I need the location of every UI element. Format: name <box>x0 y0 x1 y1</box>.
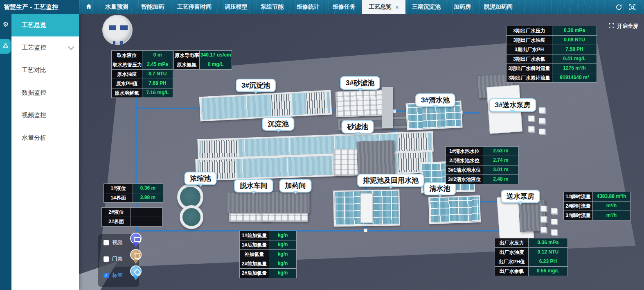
tab-dosing-room[interactable]: 加药房 <box>447 0 477 14</box>
door-pin-icon[interactable] <box>129 249 142 266</box>
metric-row: 出厂水浊度0.12 NTU <box>495 247 568 257</box>
tab-smart-dosing[interactable]: 智能加药 <box>135 0 171 14</box>
metric-row: 原水导电率340.17 us/cm <box>173 50 232 60</box>
close-tab-icon[interactable]: × <box>395 4 399 11</box>
circular-tank <box>102 15 133 45</box>
tab-home[interactable] <box>79 0 99 14</box>
tab-pressure-model[interactable]: 调压模型 <box>218 0 254 14</box>
top-bar: 智慧生产 - 工艺监控 水量预测 智能加药 工艺停留时间 调压模型 泵组节能 维… <box>0 0 644 14</box>
video-layer-label: 视频 <box>112 239 123 246</box>
metric-row: 3期出厂水余氯0.41 mg/L <box>506 54 597 64</box>
clearwater-pool-b <box>428 195 481 224</box>
dosing-room-roof <box>259 191 310 213</box>
sidebar-item-data-monitoring[interactable]: 数据监控 <box>11 82 79 104</box>
metric-row: 3期出厂水PH7.58 PH <box>506 45 597 54</box>
tab-retention-time[interactable]: 工艺停留时间 <box>171 0 218 14</box>
pump-unit <box>528 126 534 132</box>
tag-layer-label: 标签 <box>112 272 123 279</box>
metric-row: 1#液位0.36 m <box>104 184 163 193</box>
pump-unit <box>551 229 557 235</box>
metric-row: 1#前加氯量kg/n <box>239 231 297 240</box>
metric-row: 3期出厂水压力0.36 mPa <box>506 26 597 36</box>
intake-panel: 取水液位0 m 取水总管压力2.45 mPa 原水浊度8.7 NTU 原水PH值… <box>111 51 173 98</box>
alarm-gear-icon[interactable]: ⚙ <box>0 20 11 28</box>
metric-row: 原水氨氮0 mg/L <box>173 60 232 70</box>
process-module-button[interactable] <box>0 39 11 54</box>
metric-row: 3期出厂水瞬时流量1275 m³/h <box>506 63 597 73</box>
pump-unit <box>539 129 545 134</box>
thickener-tank-2 <box>180 205 203 229</box>
metric-row: 原水PH值7.68 PH <box>111 79 173 88</box>
metric-row: 出厂水余氯0.56 mg/L <box>495 266 568 276</box>
pump-flow-panel: 1#瞬时流量4383.88 m³/h 2#瞬时流量m³/h 3#瞬时流量m³/h <box>563 192 630 220</box>
bubble-pump-house-3[interactable]: 3#送水泵房 <box>489 98 536 112</box>
bubble-sand-filter-3[interactable]: 3#砂滤池 <box>340 76 380 90</box>
icon-rail: ⚙ <box>0 14 11 290</box>
chevron-down-icon <box>68 44 74 50</box>
tab-phase3-sedimentation[interactable]: 三期沉淀池 <box>405 0 447 14</box>
map-layers-panel: 视频 门禁 ✓ 标签 <box>98 234 139 287</box>
sidebar-item-process-overview[interactable]: 工艺总览 <box>11 14 79 36</box>
pump-unit <box>540 227 547 233</box>
open-fullscreen-button[interactable]: 开启全屏 <box>608 23 638 30</box>
bubble-sand-filter[interactable]: 砂滤池 <box>342 120 374 134</box>
sludge-pool-walkway <box>360 193 373 223</box>
tab-pump-energy[interactable]: 泵组节能 <box>254 0 290 14</box>
tab-process-overview[interactable]: 工艺总览 × <box>362 0 405 14</box>
metric-row: 原水溶解氧7.16 mg/L <box>111 88 173 98</box>
bubble-dewatering-workshop[interactable]: 脱水车间 <box>234 179 273 193</box>
top-nav: 水量预测 智能加药 工艺停留时间 调压模型 泵组节能 维修统计 维修任务 工艺总… <box>79 0 615 14</box>
bubble-sedimentation-3[interactable]: 3#沉淀池 <box>236 79 276 92</box>
metric-row: 3#1清水池水位3.01 m <box>446 165 519 175</box>
tab-sludge-dosing-room[interactable]: 脱泥加药间 <box>477 0 519 14</box>
metric-row: 2#后加氯量kg/n <box>239 268 297 278</box>
bubble-pump-house[interactable]: 送水泵房 <box>501 190 540 203</box>
pump-unit <box>539 118 545 124</box>
metric-row: 2#瞬时流量m³/h <box>563 201 630 211</box>
app-title: 智慧生产 - 工艺监控 <box>0 0 79 14</box>
bubble-clearwater-3[interactable]: 3#清水池 <box>415 93 455 107</box>
tag-pin-icon[interactable] <box>129 265 142 283</box>
pipe-junction <box>364 229 367 232</box>
pipe <box>136 230 502 231</box>
home-icon <box>86 3 92 11</box>
dosing-room-wall <box>261 213 308 222</box>
door-layer-label: 门禁 <box>112 255 123 263</box>
fullscreen-icon[interactable] <box>629 4 636 11</box>
raw-water-panel: 原水导电率340.17 us/cm 原水氨氮0 mg/L <box>173 51 232 70</box>
metric-row: 1#清水池水位2.53 m <box>446 146 519 156</box>
video-checkbox[interactable] <box>104 240 109 245</box>
metric-row: 原水浊度8.7 NTU <box>111 69 173 79</box>
video-pin-icon[interactable] <box>129 233 142 250</box>
metric-row: 1#瞬时流量4383.88 m³/h <box>563 192 630 202</box>
metric-row: 补加氯量kg/n <box>239 249 297 259</box>
metric-row: 2#界面 <box>101 217 162 227</box>
bubble-thickener[interactable]: 浓缩池 <box>185 172 217 185</box>
tab-maintenance-tasks[interactable]: 维修任务 <box>326 0 362 14</box>
sidebar-item-video-monitoring[interactable]: 视频监控 <box>11 104 79 127</box>
bubble-sludge-reuse-pool[interactable]: 排泥池及回用水池 <box>357 174 424 187</box>
metric-row: 3#瞬时流量m³/h <box>563 211 630 220</box>
tab-maintenance-stats[interactable]: 维修统计 <box>290 0 326 14</box>
metric-row: 3期出厂水浊度0.08 NTU <box>506 35 597 45</box>
refresh-icon[interactable] <box>615 4 622 11</box>
metric-row: 1#后加氯量kg/n <box>239 240 297 250</box>
metric-row: 出厂水PH值6.23 PH <box>495 257 568 267</box>
pipe <box>461 112 479 113</box>
pump-unit <box>551 208 557 214</box>
phase3-outlet-panel: 3期出厂水压力0.36 mPa 3期出厂水浊度0.08 NTU 3期出厂水PH7… <box>506 26 597 83</box>
layer-row-tag: ✓ 标签 <box>98 267 139 283</box>
outlet-panel: 出厂水压力0.36 mPa 出厂水浊度0.12 NTU 出厂水PH值6.23 P… <box>495 238 568 276</box>
bubble-sedimentation[interactable]: 沉淀池 <box>262 117 295 131</box>
bubble-dosing-room[interactable]: 加药间 <box>279 179 312 193</box>
pipe <box>136 108 200 109</box>
tag-checkbox[interactable]: ✓ <box>104 273 109 278</box>
sidebar-item-water-analysis[interactable]: 水量分析 <box>11 127 79 149</box>
sidebar: 工艺总览 工艺监控 工艺对比 数据监控 视频监控 水量分析 <box>11 14 79 290</box>
tab-water-forecast[interactable]: 水量预测 <box>99 0 135 14</box>
metric-row: 2#前加氯量kg/n <box>239 259 297 269</box>
sidebar-item-process-monitoring[interactable]: 工艺监控 <box>11 36 79 59</box>
sidebar-item-process-comparison[interactable]: 工艺对比 <box>11 59 79 82</box>
layer-row-door: 门禁 <box>98 251 139 267</box>
door-checkbox[interactable] <box>104 256 109 262</box>
